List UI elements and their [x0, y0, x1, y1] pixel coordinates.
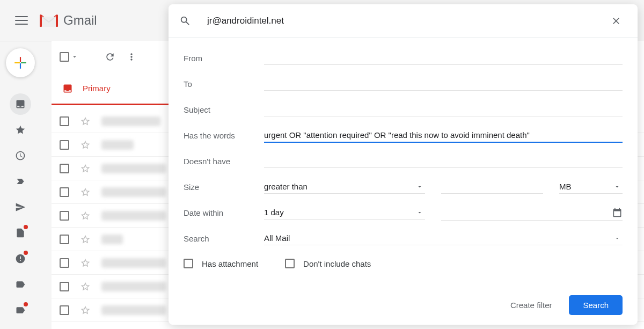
compose-button[interactable]: [6, 48, 35, 77]
clock-icon: [15, 150, 26, 161]
row-checkbox[interactable]: [60, 140, 69, 150]
star-outline-icon[interactable]: [80, 187, 91, 198]
gmail-logo[interactable]: Gmail: [40, 13, 97, 28]
from-input[interactable]: [264, 51, 623, 65]
to-label: To: [184, 79, 264, 89]
more-button[interactable]: [121, 46, 142, 68]
row-checkbox[interactable]: [60, 258, 69, 268]
subject-label: Subject: [184, 105, 264, 114]
search-input[interactable]: [191, 15, 605, 27]
row-checkbox[interactable]: [60, 305, 69, 315]
has-words-input[interactable]: [264, 128, 623, 143]
row-checkbox[interactable]: [60, 187, 69, 197]
date-within-dropdown[interactable]: 1 day: [264, 206, 425, 220]
star-icon: [15, 125, 26, 135]
star-outline-icon[interactable]: [80, 234, 91, 245]
date-within-value: 1 day: [264, 208, 284, 217]
row-checkbox[interactable]: [60, 164, 69, 173]
chevron-down-icon: [416, 209, 423, 216]
create-filter-button[interactable]: Create filter: [501, 295, 562, 315]
sidebar-item-spam[interactable]: [10, 248, 31, 269]
doesnt-have-input[interactable]: [264, 154, 623, 168]
has-attachment-checkbox[interactable]: Has attachment: [184, 259, 258, 268]
svg-rect-6: [21, 62, 26, 63]
tab-primary[interactable]: Primary: [52, 73, 170, 105]
star-outline-icon[interactable]: [80, 305, 91, 316]
star-outline-icon[interactable]: [80, 258, 91, 268]
row-checkbox[interactable]: [60, 282, 69, 291]
checkbox-icon: [60, 52, 69, 62]
star-outline-icon[interactable]: [80, 163, 91, 174]
sender-placeholder: [101, 305, 166, 315]
more-vert-icon: [126, 52, 137, 62]
tab-primary-label: Primary: [83, 84, 111, 93]
row-checkbox[interactable]: [60, 235, 69, 244]
star-outline-icon[interactable]: [80, 116, 91, 127]
subject-input[interactable]: [264, 103, 623, 116]
svg-rect-4: [20, 63, 21, 69]
refresh-icon: [105, 52, 115, 62]
date-picker-input[interactable]: [441, 205, 623, 221]
inbox-icon: [15, 99, 26, 109]
plus-icon: [13, 56, 27, 70]
search-scope-dropdown[interactable]: All Mail: [264, 231, 623, 245]
badge-dot: [24, 251, 28, 255]
sender-placeholder: [101, 235, 123, 244]
chevron-down-icon: [614, 235, 620, 242]
sender-placeholder: [101, 164, 166, 173]
svg-rect-0: [40, 15, 42, 27]
sidebar-item-drafts[interactable]: [10, 222, 31, 244]
row-checkbox[interactable]: [60, 211, 69, 221]
search-button[interactable]: Search: [569, 295, 623, 315]
file-icon: [15, 228, 26, 238]
badge-dot: [24, 225, 28, 229]
sender-placeholder: [101, 187, 166, 197]
dont-include-chats-checkbox[interactable]: Don't include chats: [285, 259, 371, 268]
date-within-label: Date within: [184, 208, 264, 217]
dont-include-chats-label: Don't include chats: [303, 259, 371, 268]
refresh-button[interactable]: [99, 46, 121, 68]
search-scope-label: Search: [184, 234, 264, 243]
has-words-label: Has the words: [184, 131, 264, 140]
search-scope-value: All Mail: [264, 233, 290, 243]
select-all-checkbox[interactable]: [60, 52, 78, 62]
sidebar-item-important[interactable]: [10, 171, 31, 192]
doesnt-have-label: Doesn't have: [184, 157, 264, 166]
calendar-icon: [612, 207, 623, 218]
spam-icon: [15, 253, 26, 264]
svg-rect-1: [56, 15, 58, 27]
svg-rect-5: [14, 62, 20, 63]
close-search-button[interactable]: [605, 10, 627, 32]
sidebar-item-snoozed[interactable]: [10, 145, 31, 166]
close-icon: [611, 16, 621, 26]
checkbox-icon: [184, 259, 193, 268]
has-attachment-label: Has attachment: [202, 259, 258, 268]
sidebar-item-category[interactable]: [10, 274, 31, 295]
svg-rect-3: [20, 57, 21, 62]
to-input[interactable]: [264, 77, 623, 91]
search-filter-panel: From To Subject Has the words Doesn't ha…: [169, 4, 638, 325]
important-icon: [15, 176, 26, 187]
sidebar-item-category-2[interactable]: [10, 299, 31, 321]
size-unit-dropdown[interactable]: MB: [559, 180, 623, 194]
sidebar-item-starred[interactable]: [10, 119, 31, 141]
size-unit-value: MB: [559, 182, 572, 191]
main-menu-button[interactable]: [15, 14, 28, 27]
sidebar-item-sent[interactable]: [10, 196, 31, 218]
star-outline-icon[interactable]: [80, 210, 91, 221]
chevron-down-icon: [614, 184, 620, 190]
sidebar-item-inbox[interactable]: [10, 93, 31, 115]
star-outline-icon[interactable]: [80, 281, 91, 292]
star-outline-icon[interactable]: [80, 140, 91, 150]
chevron-down-icon: [416, 184, 423, 190]
sender-placeholder: [101, 258, 166, 268]
chevron-down-icon: [71, 54, 78, 60]
sender-placeholder: [101, 211, 166, 221]
from-label: From: [184, 54, 264, 63]
size-value-input[interactable]: [441, 180, 543, 194]
badge-dot: [24, 302, 28, 306]
size-op-dropdown[interactable]: greater than: [264, 180, 425, 194]
row-checkbox[interactable]: [60, 116, 69, 126]
size-op-value: greater than: [264, 182, 308, 191]
gmail-logo-text: Gmail: [63, 13, 97, 28]
